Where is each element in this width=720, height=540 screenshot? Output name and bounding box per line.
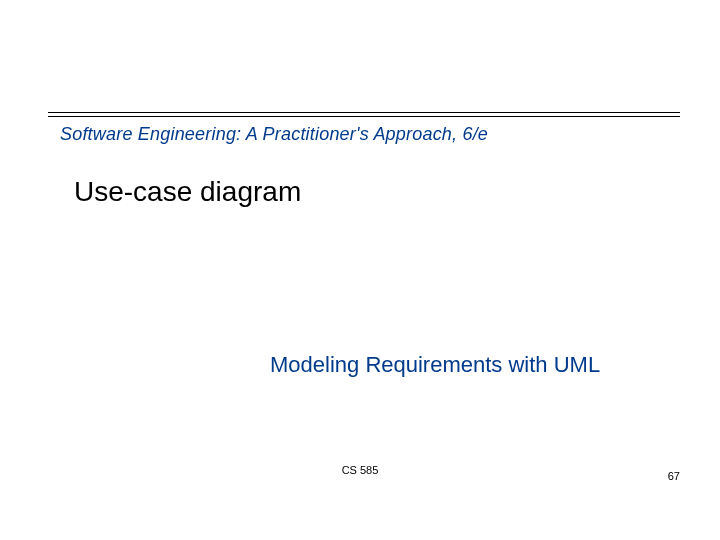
rule-line-top [48, 112, 680, 113]
book-title: Software Engineering: A Practitioner's A… [60, 124, 488, 145]
slide-title: Use-case diagram [74, 176, 301, 208]
rule-line-bottom [48, 116, 680, 117]
course-code: CS 585 [0, 464, 720, 476]
slide-subtitle: Modeling Requirements with UML [270, 352, 600, 378]
page-number: 67 [668, 470, 680, 482]
